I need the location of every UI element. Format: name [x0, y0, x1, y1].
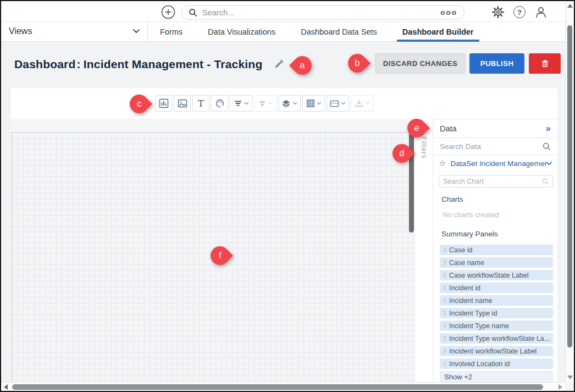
- summary-panel-fields: Case id Case name Case workflowState Lab…: [440, 245, 553, 369]
- filters-menu-button[interactable]: [230, 95, 252, 112]
- scroll-left-icon[interactable]: [4, 384, 8, 390]
- edit-title-button[interactable]: [274, 59, 285, 70]
- field-chip[interactable]: Incident Type workflowState La...: [440, 333, 553, 344]
- field-chip[interactable]: Incident id: [440, 283, 553, 293]
- tab-data-visualizations[interactable]: Data Visualizations: [202, 22, 281, 42]
- filters-tab[interactable]: Filters: [420, 136, 428, 159]
- builder-toolbar: T: [11, 88, 557, 119]
- slider-controls-icon: [258, 99, 267, 108]
- field-chip[interactable]: Case workflowState Label: [440, 270, 553, 280]
- drag-handle-icon[interactable]: [443, 273, 446, 278]
- add-image-button[interactable]: [174, 95, 191, 112]
- tab-bar: Forms Data Visualizations Dashboard Data…: [147, 22, 479, 42]
- drag-handle-icon[interactable]: [443, 323, 446, 328]
- top-bar: ooo ?: [1, 1, 565, 22]
- field-chip[interactable]: Incident Type name: [440, 321, 553, 331]
- bar-chart-icon: [159, 98, 169, 108]
- filter-icon: [234, 99, 242, 108]
- chevron-down-icon: [341, 102, 346, 105]
- drag-handle-icon[interactable]: [443, 298, 446, 303]
- search-icon: [542, 178, 549, 185]
- page-horizontal-scrollbar[interactable]: [1, 382, 565, 391]
- callout-b: b: [348, 54, 367, 73]
- drag-handle-icon[interactable]: [443, 336, 446, 341]
- tab-forms[interactable]: Forms: [154, 22, 188, 42]
- user-icon: [534, 5, 548, 19]
- delete-dashboard-button[interactable]: [529, 53, 561, 74]
- drag-handle-icon[interactable]: [443, 361, 446, 366]
- tab-dashboard-builder[interactable]: Dashboard Builder: [397, 22, 479, 42]
- table-grid-icon: [306, 99, 315, 108]
- chevron-down-icon[interactable]: [546, 162, 552, 165]
- search-data-input[interactable]: [440, 142, 543, 151]
- panel-layout-icon: [330, 99, 339, 108]
- views-dropdown[interactable]: Views: [9, 26, 32, 36]
- search-icon: [543, 142, 551, 151]
- scrollbar-corner: [565, 382, 574, 391]
- export-button[interactable]: [351, 95, 373, 112]
- scroll-down-icon[interactable]: [567, 376, 573, 379]
- dataset-label: DataSet Incident Management: [450, 159, 546, 168]
- horizontal-scroll-thumb[interactable]: [12, 384, 543, 390]
- charts-empty-text: No charts created: [443, 211, 557, 219]
- field-chip[interactable]: Case id: [440, 245, 553, 255]
- field-chip[interactable]: Incident Type id: [440, 308, 553, 318]
- layers-menu-button[interactable]: [278, 95, 301, 112]
- gear-icon: [491, 5, 505, 19]
- user-menu-button[interactable]: [534, 5, 548, 19]
- grid-menu-button[interactable]: [302, 95, 325, 112]
- search-input[interactable]: [202, 8, 440, 17]
- chevron-down-icon[interactable]: [133, 29, 140, 34]
- scroll-right-icon[interactable]: [559, 384, 562, 390]
- callout-f: f: [211, 246, 229, 265]
- settings-button[interactable]: [491, 5, 505, 19]
- chevron-down-icon: [244, 102, 249, 105]
- app-window: ooo ?: [0, 0, 575, 392]
- scroll-up-icon[interactable]: [567, 4, 573, 8]
- field-chip[interactable]: Incident name: [440, 295, 553, 306]
- data-panel-title: Data: [440, 124, 546, 133]
- drag-handle-icon[interactable]: [443, 311, 446, 316]
- tab-dashboard-data-sets[interactable]: Dashboard Data Sets: [295, 22, 383, 42]
- field-chip[interactable]: Incident workflowState Label: [440, 346, 553, 356]
- discard-changes-button[interactable]: DISCARD CHANGES: [375, 53, 466, 74]
- chevron-down-icon: [268, 102, 273, 105]
- align-controls-button[interactable]: [254, 95, 277, 112]
- drag-handle-icon[interactable]: [443, 285, 446, 290]
- publish-button[interactable]: PUBLISH: [469, 53, 524, 74]
- chevron-down-icon: [317, 102, 322, 105]
- collapse-panel-icon[interactable]: »: [546, 123, 551, 134]
- chevron-down-icon: [292, 102, 297, 105]
- search-data-row[interactable]: [433, 138, 557, 155]
- filters-panel-collapsed: Filters: [415, 119, 433, 383]
- field-chip[interactable]: Case name: [440, 257, 553, 268]
- chevron-down-icon: [365, 102, 370, 105]
- drag-handle-icon[interactable]: [443, 260, 446, 265]
- global-search[interactable]: ooo: [181, 5, 465, 20]
- vertical-scroll-thumb[interactable]: [567, 25, 572, 347]
- dataset-row[interactable]: ☆ DataSet Incident Management: [433, 155, 557, 172]
- download-icon: [355, 99, 363, 108]
- star-icon[interactable]: ☆: [439, 158, 446, 168]
- search-options-icon[interactable]: ooo: [440, 8, 457, 16]
- data-panel: Data » ☆ DataSet Incident Management Cha…: [433, 119, 557, 383]
- panel-layout-button[interactable]: [327, 95, 349, 112]
- search-chart-input[interactable]: [443, 178, 542, 185]
- page-title: Dashboard:Incident Management - Tracking: [14, 58, 262, 71]
- field-chip[interactable]: Involved Location id: [440, 358, 553, 369]
- add-chart-button[interactable]: [155, 95, 172, 112]
- image-icon: [178, 98, 187, 108]
- theme-button[interactable]: [211, 95, 228, 112]
- add-text-button[interactable]: T: [192, 95, 209, 112]
- show-more-button[interactable]: Show +2: [440, 371, 553, 382]
- summary-panels-heading: Summary Panels: [441, 230, 557, 238]
- page-vertical-scrollbar[interactable]: [565, 1, 574, 382]
- create-button[interactable]: [161, 5, 175, 19]
- trash-icon: [540, 59, 550, 68]
- drag-handle-icon[interactable]: [443, 349, 446, 354]
- layers-icon: [281, 99, 291, 108]
- search-chart-box[interactable]: [439, 175, 553, 187]
- help-icon[interactable]: ?: [513, 6, 526, 18]
- charts-heading: Charts: [441, 195, 557, 203]
- drag-handle-icon[interactable]: [443, 247, 446, 252]
